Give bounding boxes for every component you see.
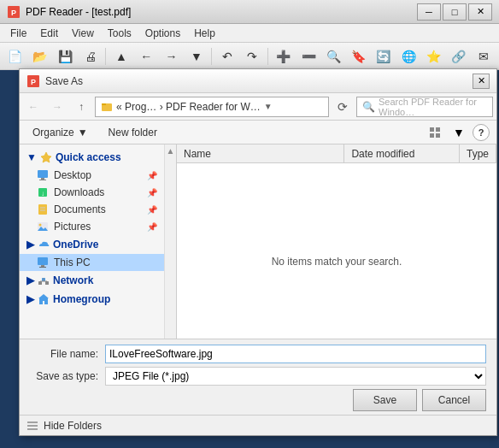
toolbar-print[interactable]: 🖨 (79, 45, 102, 68)
close-button[interactable]: ✕ (468, 3, 492, 21)
svg-rect-9 (436, 133, 440, 138)
save-button[interactable]: Save (353, 389, 417, 411)
dialog-bottom: File name: Save as type: JPEG File (*.jp… (20, 339, 496, 415)
network-chevron: ▶ (26, 274, 34, 286)
hide-folders-icon (26, 420, 38, 432)
col-header-type[interactable]: Type (460, 144, 496, 162)
maximize-button[interactable]: □ (443, 3, 467, 21)
toolbar-forward[interactable]: → (160, 45, 183, 68)
cancel-button[interactable]: Cancel (422, 389, 486, 411)
main-content: ▼ Quick access Desktop 📌 (20, 144, 496, 360)
onedrive-icon (38, 239, 50, 251)
up-button[interactable]: ↑ (71, 97, 91, 117)
sidebar-item-downloads[interactable]: ↓ Downloads 📌 (20, 184, 164, 201)
window-controls: ─ □ ✕ (417, 3, 492, 21)
toolbar-new[interactable]: 📄 (3, 45, 26, 68)
folder-address-icon (101, 101, 113, 113)
svg-rect-25 (38, 281, 42, 285)
col-header-date[interactable]: Date modified (344, 144, 460, 162)
toolbar-back[interactable]: ← (135, 45, 158, 68)
view-dropdown-button[interactable]: ▼ (449, 123, 469, 142)
search-icon: 🔍 (362, 101, 375, 113)
app-window: P PDF Reader - [test.pdf] ─ □ ✕ File Edi… (0, 0, 499, 448)
refresh-button[interactable]: ⟳ (332, 97, 353, 117)
view-mode-button[interactable] (425, 123, 445, 142)
toolbar-rotate[interactable]: 🔄 (372, 45, 395, 68)
view-controls: ▼ ? (425, 123, 490, 142)
toolbar-link[interactable]: 🔗 (447, 45, 470, 68)
menu-edit[interactable]: Edit (33, 26, 65, 41)
toolbar-save[interactable]: 💾 (54, 45, 77, 68)
sidebar-item-desktop[interactable]: Desktop 📌 (20, 167, 164, 184)
minimize-button[interactable]: ─ (417, 3, 441, 21)
menu-help[interactable]: Help (187, 26, 222, 41)
sidebar-homegroup[interactable]: ▶ Homegroup (20, 290, 164, 309)
save-as-type-label: Save as type: (30, 370, 98, 382)
help-button[interactable]: ? (473, 124, 490, 141)
sidebar-quick-access[interactable]: ▼ Quick access (20, 148, 164, 167)
organize-dropdown-icon: ▼ (78, 127, 88, 139)
toolbar-sep-3 (267, 48, 268, 65)
sidebar-onedrive[interactable]: ▶ OneDrive (20, 235, 164, 254)
desktop-pin: 📌 (147, 171, 157, 180)
toolbar-zoom-out[interactable]: ➖ (296, 45, 320, 68)
organize-button[interactable]: Organize ▼ (26, 124, 94, 141)
toolbar-find[interactable]: 🔍 (322, 45, 345, 68)
homegroup-chevron: ▶ (26, 293, 34, 305)
menu-view[interactable]: View (65, 26, 101, 41)
no-items-message: No items match your search. (177, 163, 496, 360)
quick-access-chevron: ▼ (26, 151, 37, 163)
save-as-type-row: Save as type: JPEG File (*.jpg) (30, 367, 486, 386)
address-path: « Prog… › PDF Reader for W… (116, 101, 261, 113)
documents-pin: 📌 (147, 205, 157, 215)
downloads-icon: ↓ (37, 186, 49, 198)
file-name-input[interactable] (105, 345, 486, 363)
sidebar-scroll[interactable]: ▲ (165, 144, 177, 360)
title-bar: P PDF Reader - [test.pdf] ─ □ ✕ (0, 0, 499, 24)
file-list: Name Date modified Type No items match y… (177, 144, 496, 360)
sidebar-item-this-pc[interactable]: This PC (20, 254, 164, 271)
dialog-toolbar: Organize ▼ New folder ▼ ? (20, 121, 496, 144)
svg-rect-7 (436, 127, 440, 132)
svg-rect-23 (41, 265, 44, 267)
toolbar-open[interactable]: 📂 (28, 45, 51, 68)
menu-options[interactable]: Options (138, 26, 187, 41)
back-button[interactable]: ← (23, 97, 44, 117)
dialog-icon: P (26, 74, 40, 88)
search-box[interactable]: 🔍 Search PDF Reader for Windo… (356, 97, 493, 117)
new-folder-button[interactable]: New folder (101, 124, 165, 141)
toolbar-email[interactable]: ✉ (473, 45, 496, 68)
toolbar-dropdown[interactable]: ▼ (185, 45, 208, 68)
svg-point-20 (39, 224, 42, 227)
hide-folders-bar[interactable]: Hide Folders (20, 415, 496, 435)
sidebar-item-pictures[interactable]: Pictures 📌 (20, 218, 164, 235)
svg-text:↓: ↓ (41, 190, 44, 197)
toolbar-undo[interactable]: ↶ (215, 45, 238, 68)
menu-tools[interactable]: Tools (101, 26, 138, 41)
menu-file[interactable]: File (3, 26, 33, 41)
toolbar-star[interactable]: ⭐ (422, 45, 445, 68)
col-header-name[interactable]: Name (177, 144, 344, 162)
quick-access-icon (40, 151, 52, 163)
toolbar-web[interactable]: 🌐 (397, 45, 420, 68)
search-placeholder: Search PDF Reader for Windo… (379, 97, 487, 117)
svg-rect-5 (102, 103, 106, 105)
toolbar-bookmark[interactable]: 🔖 (347, 45, 370, 68)
save-as-dialog: P Save As ✕ ← → ↑ « Prog… › PDF Reader f… (19, 68, 497, 436)
forward-button[interactable]: → (47, 97, 68, 117)
dialog-close-button[interactable]: ✕ (473, 74, 490, 89)
address-combo[interactable]: « Prog… › PDF Reader for W… ▼ (95, 97, 329, 117)
svg-marker-10 (41, 152, 51, 162)
toolbar-up[interactable]: ▲ (109, 45, 132, 68)
address-dropdown-arrow[interactable]: ▼ (264, 102, 273, 111)
toolbar-redo[interactable]: ↷ (241, 45, 264, 68)
documents-icon (37, 203, 49, 215)
sidebar-item-documents[interactable]: Documents 📌 (20, 201, 164, 218)
sidebar-network[interactable]: ▶ Network (20, 271, 164, 290)
pictures-pin: 📌 (147, 222, 157, 232)
pictures-icon (37, 221, 49, 233)
save-as-type-select[interactable]: JPEG File (*.jpg) (105, 367, 486, 386)
file-name-label: File name: (30, 348, 98, 360)
toolbar-zoom-in[interactable]: ➕ (272, 45, 295, 68)
menu-bar: File Edit View Tools Options Help (0, 24, 499, 43)
